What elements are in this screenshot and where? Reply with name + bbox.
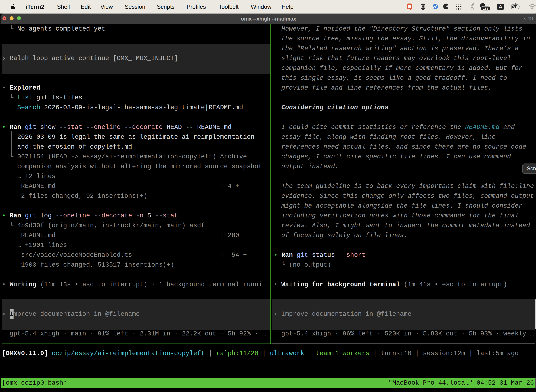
svg-text:..61: ..61 xyxy=(483,7,488,10)
